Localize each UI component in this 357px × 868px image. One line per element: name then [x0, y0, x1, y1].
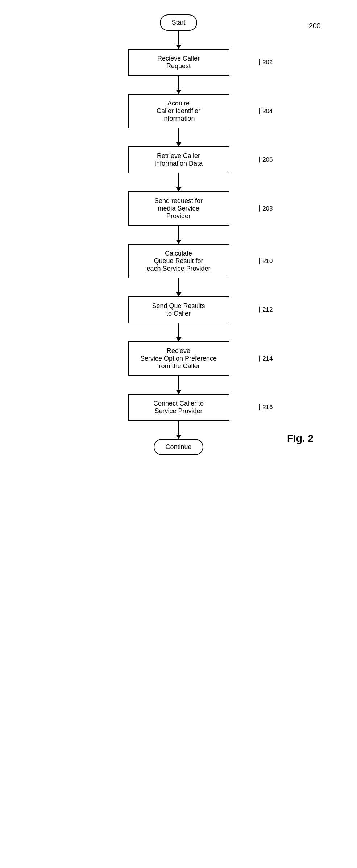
ref-202: / 202: [258, 58, 273, 67]
arrow-3: [176, 128, 182, 146]
ref-212: / 212: [258, 305, 273, 315]
ref-206: / 206: [258, 155, 273, 165]
ref-204: / 204: [258, 107, 273, 116]
ref-214: / 214: [258, 354, 273, 364]
node-214: RecieveService Option Preferencefrom the…: [128, 341, 229, 376]
ref-210: / 210: [258, 257, 273, 266]
node-208-wrapper: Send request formedia ServiceProvider / …: [128, 191, 229, 226]
ref-206-num: 206: [262, 156, 273, 163]
node-206: Retrieve CallerInformation Data: [128, 146, 229, 173]
arrow-1: [176, 31, 182, 49]
node-210-wrapper: CalculateQueue Result foreach Service Pr…: [128, 244, 229, 278]
node-start-wrapper: Start: [160, 14, 197, 31]
node-202-wrapper: Recieve CallerRequest / 202: [128, 49, 229, 76]
node-206-wrapper: Retrieve CallerInformation Data / 206: [128, 146, 229, 173]
ref-212-slash: /: [257, 305, 262, 315]
arrow-9: [176, 421, 182, 439]
ref-212-num: 212: [262, 306, 273, 313]
node-continue-wrapper: Continue: [154, 439, 203, 455]
fig-label: Fig. 2: [287, 433, 314, 444]
ref-204-num: 204: [262, 108, 273, 115]
ref-210-num: 210: [262, 258, 273, 265]
node-216: Connect Caller toService Provider: [128, 394, 229, 421]
node-204-wrapper: AcquireCaller IdentifierInformation / 20…: [128, 94, 229, 128]
ref-202-num: 202: [262, 59, 273, 66]
flowchart-diagram: 200 Start Recieve CallerRequest / 202 Ac…: [0, 0, 357, 466]
ref-214-slash: /: [257, 354, 262, 364]
arrow-2: [176, 76, 182, 94]
arrow-5: [176, 226, 182, 244]
ref-208-slash: /: [257, 204, 262, 213]
ref-208-num: 208: [262, 205, 273, 212]
ref-216-num: 216: [262, 404, 273, 411]
ref-214-num: 214: [262, 355, 273, 362]
node-208: Send request formedia ServiceProvider: [128, 191, 229, 226]
main-ref-label: 200: [309, 22, 321, 30]
ref-210-slash: /: [257, 256, 262, 266]
node-216-wrapper: Connect Caller toService Provider / 216: [128, 394, 229, 421]
ref-206-slash: /: [257, 155, 262, 165]
node-214-wrapper: RecieveService Option Preferencefrom the…: [128, 341, 229, 376]
arrow-6: [176, 278, 182, 296]
arrow-8: [176, 376, 182, 394]
node-212-wrapper: Send Que Resultsto Caller / 212: [128, 296, 229, 323]
ref-216: / 216: [258, 403, 273, 412]
ref-204-slash: /: [257, 106, 262, 116]
node-202: Recieve CallerRequest: [128, 49, 229, 76]
node-continue: Continue: [154, 439, 203, 455]
ref-202-slash: /: [257, 58, 262, 67]
node-212: Send Que Resultsto Caller: [128, 296, 229, 323]
arrow-4: [176, 173, 182, 191]
ref-208: / 208: [258, 204, 273, 213]
node-210: CalculateQueue Result foreach Service Pr…: [128, 244, 229, 278]
node-start: Start: [160, 14, 197, 31]
arrow-7: [176, 323, 182, 341]
ref-216-slash: /: [257, 403, 262, 412]
node-204: AcquireCaller IdentifierInformation: [128, 94, 229, 128]
